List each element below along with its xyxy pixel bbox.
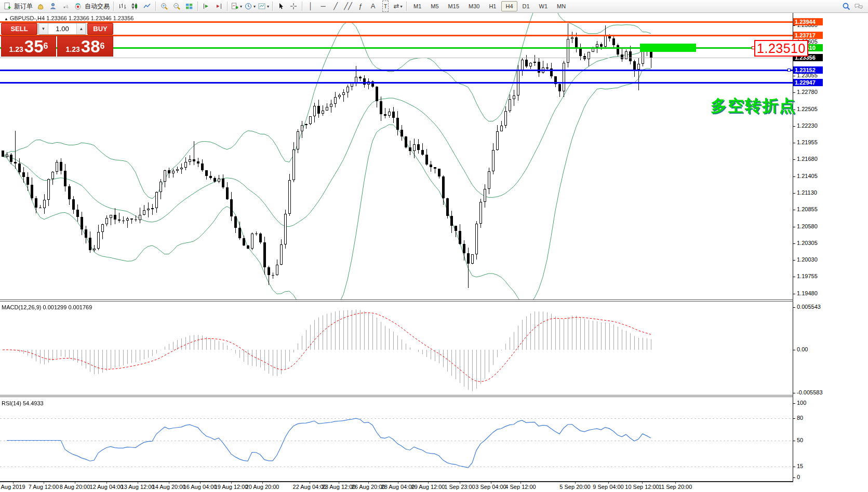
- timeframes-clock-button[interactable]: ▾: [244, 1, 256, 12]
- toolbar-separator: [113, 2, 114, 11]
- vline-icon: │: [309, 1, 313, 11]
- chat-button[interactable]: [853, 1, 864, 12]
- buy-price-button[interactable]: 1.23 38 6: [57, 36, 113, 57]
- buy-button[interactable]: BUY: [87, 23, 113, 35]
- price-tick-label: 1.21405: [797, 173, 818, 179]
- draw-text-label-button[interactable]: T: [380, 1, 391, 12]
- rsi-pane-canvas[interactable]: [0, 397, 793, 481]
- sell-price-button[interactable]: 1.23 35 6: [1, 36, 56, 57]
- toolbar-separator: [227, 2, 228, 11]
- price-tick-label: 1.21680: [797, 156, 818, 162]
- new-order-button[interactable]: [2, 1, 13, 12]
- auto-trading-label[interactable]: 自动交易: [85, 2, 110, 11]
- money-pouch-button[interactable]: [35, 1, 46, 12]
- pane-splitter[interactable]: [0, 299, 868, 300]
- hline-icon: ─: [321, 1, 325, 11]
- timeframe-button-m30[interactable]: M30: [464, 1, 484, 11]
- draw-hline-button[interactable]: ─: [317, 1, 329, 12]
- chart-template-button[interactable]: ▾: [257, 1, 270, 12]
- indicators-button[interactable]: ▾: [230, 1, 243, 12]
- highlight-rectangle[interactable]: [640, 44, 696, 52]
- draw-fibonacci-button[interactable]: ƒ: [355, 1, 366, 12]
- chart-template-icon: [258, 2, 266, 10]
- price-tick-label: 1.20855: [797, 206, 818, 212]
- new-order-icon: [3, 2, 11, 10]
- timeframe-button-h1[interactable]: H1: [485, 1, 500, 11]
- toolbar-separator: [272, 2, 273, 11]
- clock-icon: [244, 2, 252, 10]
- price-chart-canvas[interactable]: [0, 13, 793, 300]
- volume-decrease-button[interactable]: ▼: [39, 23, 48, 34]
- level-line-1.22947[interactable]: [0, 82, 793, 84]
- candlestick-chart-icon: [130, 2, 139, 10]
- buy-price-big: 38: [81, 39, 100, 54]
- zoom-out-button[interactable]: [171, 1, 182, 12]
- zoom-in-button[interactable]: [158, 1, 170, 12]
- macd-pane-canvas[interactable]: [0, 302, 793, 395]
- profile-button[interactable]: [47, 1, 59, 12]
- turning-point-annotation[interactable]: 多空转折点: [711, 95, 796, 117]
- rsi-scale-label: 0: [797, 474, 800, 480]
- draw-trendline-button[interactable]: ╱: [330, 1, 341, 12]
- rsi-scale-label: 80: [797, 415, 803, 421]
- crosshair-button[interactable]: [288, 1, 299, 12]
- pane-splitter[interactable]: [0, 395, 868, 395]
- timeframe-button-m15[interactable]: M15: [444, 1, 463, 11]
- candlestick-chart-button[interactable]: [129, 1, 140, 12]
- bar-chart-button[interactable]: [116, 1, 128, 12]
- arrows-menu-button[interactable]: ⇄▾: [392, 1, 404, 12]
- time-axis-label: 16 Aug 04:00: [183, 484, 217, 490]
- volume-value[interactable]: 1.00: [48, 23, 76, 34]
- volume-increase-button[interactable]: ▲: [76, 23, 86, 34]
- level-line-1.23944[interactable]: [0, 21, 793, 23]
- pane-splitter[interactable]: [0, 301, 868, 302]
- line-anchor-marker[interactable]: [787, 69, 791, 72]
- signal-button[interactable]: [60, 1, 71, 12]
- time-axis-label: 3 Sep 04:00: [475, 484, 506, 490]
- time-axis-label: 29 Aug 12:00: [411, 484, 445, 490]
- scale-tick: [793, 307, 795, 308]
- price-badge-1.23717: 1.23717: [793, 32, 823, 39]
- price-level-annotation[interactable]: 1.23510: [754, 40, 808, 57]
- chart-shift-button[interactable]: [213, 1, 224, 12]
- chevron-down-icon: ▾: [240, 4, 242, 9]
- time-axis-label: 11 Sep 20:00: [659, 484, 692, 490]
- symbol-ohlc-text: GBPUSD-,H4 1.23366 1.23366 1.23346 1.233…: [10, 15, 134, 21]
- macd-label: MACD(12,26,9) 0.001299 0.001769: [2, 304, 92, 310]
- price-tick-label: 1.20030: [797, 256, 818, 263]
- tile-windows-button[interactable]: [183, 1, 195, 12]
- line-chart-button[interactable]: [141, 1, 153, 12]
- crosshair-icon: [289, 2, 298, 10]
- draw-vline-button[interactable]: │: [305, 1, 316, 12]
- zoom-out-icon: [172, 2, 181, 10]
- sell-button[interactable]: SELL: [1, 23, 37, 35]
- draw-text-button[interactable]: A: [367, 1, 379, 12]
- timeframe-button-h4[interactable]: H4: [501, 1, 517, 11]
- level-line-1.23152[interactable]: [0, 70, 793, 71]
- timeframe-button-m5[interactable]: M5: [426, 1, 443, 11]
- timeframe-button-mn[interactable]: MN: [553, 1, 570, 11]
- draw-channel-button[interactable]: ╱╱: [342, 1, 354, 12]
- timeframe-button-w1[interactable]: W1: [535, 1, 552, 11]
- auto-trading-button[interactable]: [72, 1, 84, 12]
- cursor-button[interactable]: [275, 1, 287, 12]
- money-pouch-icon: [36, 2, 45, 10]
- time-axis[interactable]: Aug 20197 Aug 12:008 Aug 20:0012 Aug 04:…: [0, 482, 868, 492]
- scale-tick: [793, 403, 795, 404]
- price-tick-label: 1.19755: [797, 273, 818, 279]
- price-tick-label: 1.20305: [797, 240, 818, 246]
- pane-splitter[interactable]: [0, 397, 868, 397]
- price-scale[interactable]: 1.238801.236051.230551.227801.225051.222…: [793, 13, 868, 482]
- search-button[interactable]: [840, 1, 852, 12]
- price-tick-label: 1.22505: [797, 106, 818, 112]
- new-order-label[interactable]: 新订单: [14, 2, 33, 11]
- time-axis-label: 1 Sep 23:00: [444, 484, 475, 490]
- timeframe-button-m1[interactable]: M1: [409, 1, 425, 11]
- toolbar: 新订单 自动交易: [0, 0, 868, 13]
- timeframe-button-d1[interactable]: D1: [518, 1, 534, 11]
- level-line-1.23717[interactable]: [0, 35, 793, 36]
- scale-tick: [793, 477, 795, 478]
- scale-tick: [793, 76, 795, 76]
- chevron-down-icon: ▾: [253, 4, 256, 9]
- auto-scroll-button[interactable]: [201, 1, 212, 12]
